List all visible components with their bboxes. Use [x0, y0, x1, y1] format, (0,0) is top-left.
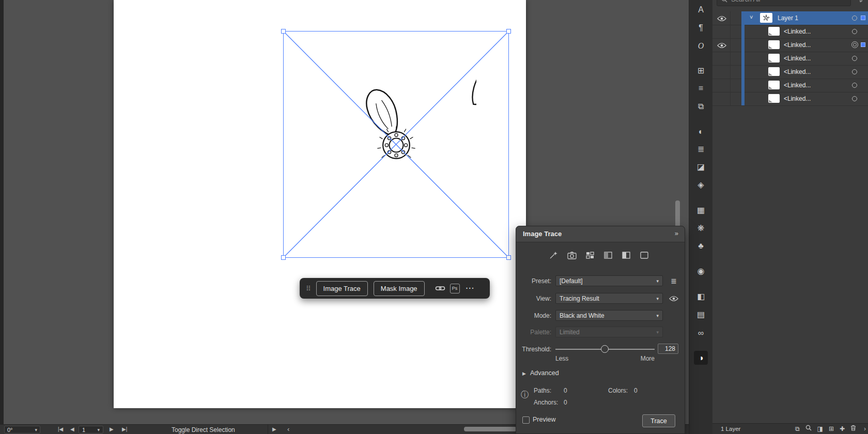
artboard-number-field[interactable]: 1 ▾ — [79, 426, 103, 433]
type-icon[interactable]: A — [694, 3, 708, 17]
preset-menu-icon[interactable]: ≣ — [668, 276, 679, 286]
linked-item-name[interactable]: <Linked... — [784, 95, 811, 102]
target-circle-icon[interactable] — [852, 83, 857, 88]
linked-thumbnail[interactable] — [768, 81, 780, 89]
next-artboard-icon[interactable]: ▶ — [110, 426, 114, 432]
target-circle-icon[interactable] — [852, 56, 857, 61]
symbols-icon[interactable]: ❋ — [694, 221, 708, 235]
link-icon[interactable] — [435, 285, 445, 292]
selection-handle[interactable] — [281, 255, 286, 260]
linked-item-row[interactable]: <Linked... — [712, 52, 868, 66]
linked-item-name[interactable]: <Linked... — [784, 55, 811, 62]
preview-label[interactable]: Preview — [533, 416, 555, 423]
filter-icon[interactable] — [858, 0, 864, 4]
selection-bounding-box[interactable] — [283, 31, 509, 258]
transform-icon[interactable]: ⊞ — [694, 64, 708, 78]
linked-thumbnail[interactable] — [768, 94, 780, 103]
image-trace-button[interactable]: Image Trace — [316, 281, 368, 296]
color-guide-icon[interactable]: ≣ — [694, 142, 708, 156]
search-input[interactable]: Search All — [717, 0, 851, 6]
collapse-to-icons-icon[interactable]: » — [675, 229, 678, 237]
mask-image-button[interactable]: Mask Image — [374, 281, 425, 296]
linked-item-row[interactable]: <Linked... — [712, 38, 868, 52]
appearance-icon[interactable]: ▤ — [694, 307, 708, 321]
gradient-icon[interactable]: ◪ — [694, 160, 708, 174]
prev-artboard-icon[interactable]: ◀ — [70, 426, 74, 432]
links-icon[interactable]: ∞ — [694, 326, 708, 340]
grayscale-preset-icon[interactable] — [602, 250, 614, 260]
linked-item-row[interactable]: <Linked... — [712, 79, 868, 92]
chevron-left-icon[interactable]: ‹ — [287, 425, 289, 433]
preset-dropdown[interactable]: [Default] ▾ — [555, 275, 663, 286]
chevron-down-icon[interactable]: ▾ — [97, 427, 100, 432]
chevron-down-icon[interactable]: ▾ — [35, 427, 37, 432]
color-icon[interactable]: ◐ — [694, 125, 708, 138]
linked-thumbnail[interactable] — [768, 54, 780, 63]
advanced-disclosure-icon[interactable]: ▶ — [522, 371, 526, 376]
target-circle-icon[interactable] — [852, 16, 857, 21]
visibility-eye-icon[interactable] — [717, 41, 727, 48]
new-sublayer-icon[interactable]: ⊞ — [829, 425, 834, 432]
image-trace-icon[interactable]: ◑ — [694, 351, 708, 365]
target-circle-icon[interactable] — [852, 96, 857, 101]
locate-object-icon[interactable] — [805, 425, 812, 432]
target-double-circle-icon[interactable] — [851, 41, 858, 48]
layer-thumbnail[interactable] — [760, 13, 772, 23]
linked-item-row[interactable]: <Linked... — [712, 65, 868, 79]
make-mask-icon[interactable]: ◨ — [817, 425, 823, 432]
selection-handle[interactable] — [506, 29, 511, 34]
linked-item-row[interactable]: <Linked... — [712, 25, 868, 39]
graphic-styles-icon[interactable]: ♣ — [694, 239, 708, 253]
mode-dropdown[interactable]: Black and White ▾ — [555, 310, 663, 321]
linked-item-name[interactable]: <Linked... — [784, 82, 811, 89]
view-eye-icon[interactable] — [668, 294, 679, 303]
low-color-preset-icon[interactable] — [584, 250, 596, 260]
brushes-icon[interactable]: ◉ — [694, 264, 708, 278]
play-icon[interactable]: ▶ — [272, 426, 276, 432]
last-artboard-icon[interactable]: ▶| — [122, 426, 127, 432]
artboards-icon[interactable]: ◧ — [694, 289, 708, 303]
default-preset-icon[interactable] — [548, 250, 560, 260]
target-circle-icon[interactable] — [852, 69, 857, 74]
threshold-slider-knob[interactable] — [601, 345, 609, 353]
threshold-value-field[interactable]: 128 — [658, 344, 678, 354]
view-dropdown[interactable]: Tracing Result ▾ — [555, 293, 663, 304]
chevron-right-icon[interactable]: › — [864, 425, 866, 432]
selection-handle[interactable] — [281, 29, 286, 34]
preview-checkbox[interactable] — [522, 416, 530, 424]
high-color-preset-icon[interactable] — [566, 250, 578, 260]
linked-item-name[interactable]: <Linked... — [784, 28, 811, 35]
delete-icon[interactable] — [850, 425, 856, 432]
stroke-icon[interactable]: O — [694, 39, 708, 53]
advanced-label[interactable]: Advanced — [530, 369, 559, 377]
layer-row[interactable]: ˅ Layer 1 — [712, 11, 868, 25]
linked-item-name[interactable]: <Linked... — [784, 41, 811, 49]
photoshop-badge-icon[interactable]: Ps — [450, 284, 460, 293]
linked-thumbnail[interactable] — [768, 67, 780, 76]
pattern-icon[interactable]: ▦ — [694, 203, 708, 217]
visibility-eye-icon[interactable] — [717, 14, 727, 21]
horizontal-scrollbar-thumb[interactable] — [464, 427, 517, 431]
paragraph-icon[interactable]: ¶ — [694, 21, 708, 35]
target-circle-icon[interactable] — [852, 29, 857, 34]
3d-materials-icon[interactable]: ◈ — [694, 178, 708, 192]
trace-button[interactable]: Trace — [642, 414, 675, 427]
rotation-field[interactable]: 0° ▾ — [4, 426, 40, 433]
linked-thumbnail[interactable] — [768, 40, 780, 49]
drag-handle-icon[interactable]: ⠿ — [306, 285, 311, 292]
linked-thumbnail[interactable] — [768, 27, 780, 36]
more-options-icon[interactable]: ··· — [466, 284, 475, 292]
disclosure-chevron-icon[interactable]: ˅ — [750, 14, 753, 20]
layer-name[interactable]: Layer 1 — [778, 14, 798, 22]
selection-handle[interactable] — [506, 255, 511, 260]
panel-header[interactable]: Image Trace » — [516, 226, 685, 242]
first-artboard-icon[interactable]: |◀ — [58, 426, 63, 432]
align-icon[interactable]: ≡ — [694, 81, 708, 95]
outline-preset-icon[interactable] — [639, 250, 650, 260]
black-white-preset-icon[interactable] — [621, 250, 632, 260]
linked-item-row[interactable]: <Linked... — [712, 92, 868, 106]
linked-item-name[interactable]: <Linked... — [784, 68, 811, 75]
new-layer-icon[interactable]: ✚ — [840, 425, 845, 432]
collect-for-export-icon[interactable]: ⧉ — [795, 425, 800, 432]
pathfinder-icon[interactable]: ⧉ — [694, 99, 708, 113]
